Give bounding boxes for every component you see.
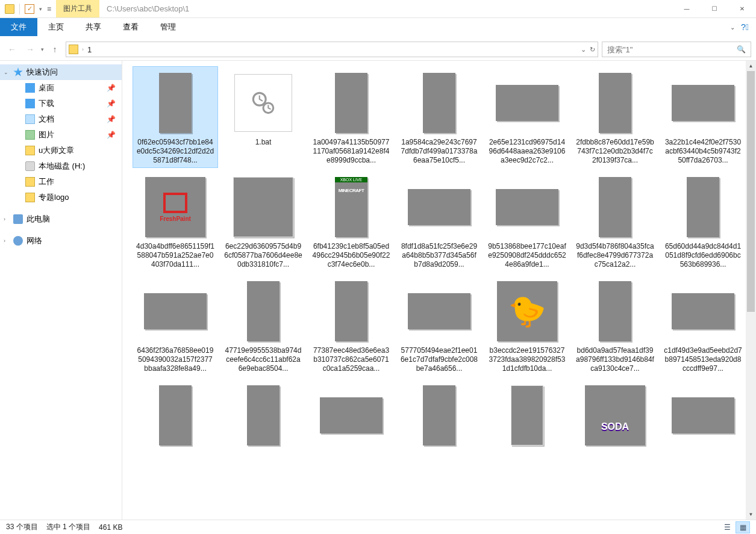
file-name: 9d3d5f4b786f804a35fcaf6dfec8e4799d677372…: [576, 242, 654, 269]
scroll-thumb[interactable]: [747, 71, 755, 312]
file-item[interactable]: 9b513868bee177c10eafe9250908df245dddc652…: [485, 171, 569, 272]
ribbon-tabs: 文件 主页 共享 查看 管理 ⌄ ?⃝: [0, 18, 756, 36]
folder-icon: [25, 193, 35, 202]
back-button[interactable]: ←: [5, 42, 19, 57]
ribbon-expand-icon[interactable]: ⌄: [730, 24, 735, 31]
refresh-icon[interactable]: ↻: [590, 46, 595, 54]
image-thumbnail: [233, 177, 293, 237]
tree-udashi[interactable]: u大师文章: [12, 143, 122, 158]
breadcrumb-current[interactable]: 1: [87, 45, 92, 54]
pin-icon: 📌: [107, 115, 116, 123]
file-item[interactable]: [661, 379, 745, 453]
image-thumbnail: [247, 281, 280, 341]
file-item[interactable]: 77387eec48ed36e6ea3b310737c862ca5e6071c0…: [309, 275, 393, 376]
tree-label: 网络: [27, 235, 42, 246]
file-thumbnail: [227, 173, 299, 241]
history-dropdown-icon[interactable]: ▾: [41, 46, 44, 52]
file-item[interactable]: 3a22b1c4e42f0e2f7530acbf63440b4c5b9743f2…: [661, 67, 745, 167]
status-bar: 33 个项目 选中 1 个项目 461 KB ☰ ▦: [0, 520, 756, 534]
help-icon[interactable]: ?⃝: [741, 22, 749, 32]
search-input[interactable]: [607, 45, 733, 54]
tree-quick-access[interactable]: ⌄ 快速访问: [0, 64, 122, 80]
tree-desktop[interactable]: 桌面📌: [12, 80, 122, 96]
file-item[interactable]: 0f62ec05943cf7bb1e84e0dc5c34269c12df2d2d…: [133, 67, 217, 167]
qat-customize-icon[interactable]: ≡: [47, 5, 51, 13]
file-item[interactable]: [573, 379, 657, 453]
file-item[interactable]: 2fdbb8c87e60dd17e59b743f7c12e0db2b3d4f7c…: [573, 67, 657, 167]
file-name: 65d60dd44a9dc84d4d1051d8f9cfd6edd6906bc5…: [664, 242, 742, 269]
expand-icon[interactable]: ›: [4, 238, 5, 244]
file-item[interactable]: c1df49d3e9ad5eebd2d7b8971458513eda920d8c…: [661, 275, 745, 376]
file-item[interactable]: 65d60dd44a9dc84d4d1051d8f9cfd6edd6906bc5…: [661, 171, 745, 272]
search-box[interactable]: 🔍: [602, 42, 751, 57]
tree-label: 工作: [39, 176, 54, 187]
file-thumbnail: [579, 69, 651, 137]
expand-icon[interactable]: ⌄: [4, 69, 8, 75]
tree-pictures[interactable]: 图片📌: [12, 127, 122, 143]
minimize-button[interactable]: —: [673, 0, 701, 17]
window-buttons: — ☐ ✕: [673, 0, 756, 17]
tab-view[interactable]: 查看: [112, 18, 149, 36]
file-name: c1df49d3e9ad5eebd2d7b8971458513eda920d8c…: [664, 346, 742, 373]
tab-manage[interactable]: 管理: [149, 18, 187, 36]
file-thumbnail: [579, 173, 651, 241]
file-item[interactable]: [397, 379, 481, 453]
image-thumbnail: [585, 385, 645, 446]
file-item[interactable]: 2e65e1231cd96975d1496d6448aaea263e9106a3…: [485, 67, 569, 167]
scroll-up-icon[interactable]: ▲: [746, 61, 756, 71]
tree-documents[interactable]: 文档📌: [12, 111, 122, 127]
tree-label: 桌面: [39, 82, 54, 93]
scroll-down-icon[interactable]: ▼: [746, 509, 756, 520]
file-item[interactable]: [309, 379, 393, 453]
file-item[interactable]: 1.bat: [221, 67, 305, 167]
file-item[interactable]: [221, 379, 305, 453]
maximize-button[interactable]: ☐: [701, 0, 728, 17]
items-grid[interactable]: 0f62ec05943cf7bb1e84e0dc5c34269c12df2d2d…: [122, 61, 756, 520]
search-icon[interactable]: 🔍: [737, 45, 746, 54]
qat-properties-icon[interactable]: ✓: [25, 4, 34, 14]
view-details-button[interactable]: ☰: [720, 521, 734, 533]
file-item[interactable]: 6fb41239c1eb8f5a05ed496cc2945b6b05e90f22…: [309, 171, 393, 272]
chevron-right-icon[interactable]: ›: [82, 46, 84, 52]
up-button[interactable]: ↑: [48, 42, 62, 57]
vertical-scrollbar[interactable]: ▲ ▼: [746, 61, 756, 520]
file-item[interactable]: bd6d0a9ad57feaa1df39a98796ff133bd9146b84…: [573, 275, 657, 376]
qat-dropdown-icon[interactable]: ▾: [39, 6, 42, 12]
file-item[interactable]: 1a9584ca29e243c76977dfdb7df499a0173378a6…: [397, 67, 481, 167]
forward-button: →: [23, 42, 37, 57]
image-thumbnail: [496, 85, 558, 121]
tree-logo[interactable]: 专题logo: [12, 190, 122, 205]
file-thumbnail: [491, 382, 563, 449]
tree-label: 此电脑: [27, 214, 50, 225]
tab-home[interactable]: 主页: [37, 18, 75, 36]
file-item[interactable]: 577705f494eae2f1ee016e1c7d7dfaf9cbfe2c00…: [397, 275, 481, 376]
file-item[interactable]: 47719e9955538ba974dceefe6c4cc6c11abf62a6…: [221, 275, 305, 376]
view-large-icons-button[interactable]: ▦: [736, 521, 750, 533]
file-item[interactable]: 6436f2f36a76858ee0195094390032a157f2377b…: [133, 275, 217, 376]
file-item[interactable]: 9d3d5f4b786f804a35fcaf6dfec8e4799d677372…: [573, 171, 657, 272]
file-item[interactable]: 6ec229d63609575d4b96cf05877ba7606d4ee8e0…: [221, 171, 305, 272]
close-button[interactable]: ✕: [728, 0, 756, 17]
pc-icon: [13, 214, 23, 224]
tree-work[interactable]: 工作: [12, 174, 122, 190]
tab-file[interactable]: 文件: [0, 18, 37, 36]
address-bar[interactable]: › 1 ⌄ ↻: [66, 42, 598, 57]
tab-share[interactable]: 共享: [75, 18, 112, 36]
image-thumbnail: [423, 385, 455, 446]
file-item[interactable]: FreshPaint4d30a4bdff6e8651159f1588047b59…: [133, 171, 217, 272]
image-thumbnail: [511, 385, 543, 446]
file-item[interactable]: 8fdf1d8a51fc25f3e6e29a64b8b5b377d345a56f…: [397, 171, 481, 272]
tree-drive-h[interactable]: 本地磁盘 (H:): [12, 158, 122, 174]
address-dropdown-icon[interactable]: ⌄: [581, 46, 586, 54]
scroll-track[interactable]: [746, 71, 756, 509]
folder-icon: [25, 177, 35, 187]
file-item[interactable]: [133, 379, 217, 453]
tree-this-pc[interactable]: ›此电脑: [0, 211, 122, 227]
expand-icon[interactable]: ›: [4, 216, 5, 222]
tree-downloads[interactable]: 下载📌: [12, 96, 122, 111]
file-item[interactable]: [485, 379, 569, 453]
image-thumbnail: [320, 397, 383, 433]
tree-network[interactable]: ›网络: [0, 233, 122, 249]
file-item[interactable]: b3eccdc2ee1915763273723fdaa389820928f531…: [485, 275, 569, 376]
file-item[interactable]: 1a00497a41135b509771170af05681a9142e8f4e…: [309, 67, 393, 167]
